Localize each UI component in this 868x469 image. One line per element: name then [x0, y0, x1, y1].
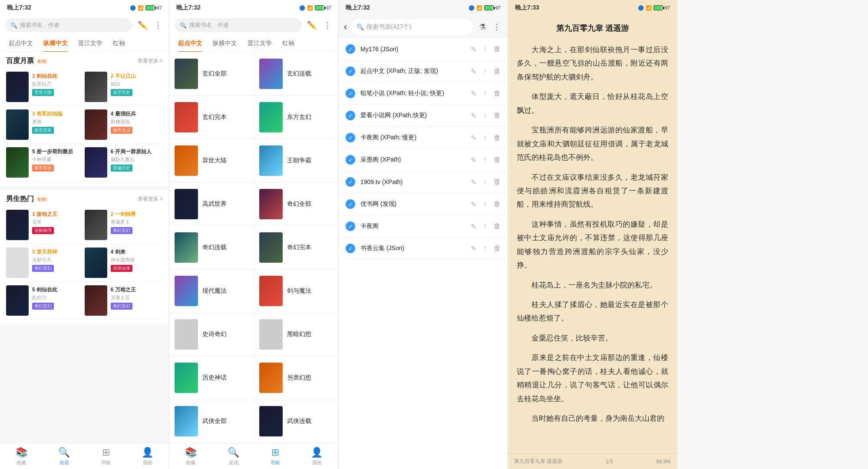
- cat-item-gaowu[interactable]: 高武世界: [169, 182, 254, 225]
- source-delete-2[interactable]: 🗑: [494, 89, 501, 98]
- cat-item-wuxia-lianai[interactable]: 武侠连载: [254, 400, 338, 443]
- reading-content[interactable]: 第九百零九章 逍遥游 大海之上，在那剑仙联袂拖月一事过后没多久，一艘悬空飞掠的山…: [508, 16, 677, 453]
- book-item-2-2[interactable]: 2 一剑独尊 青葛罗上 奇幻玄幻: [85, 206, 163, 244]
- source-item-9[interactable]: ✓ 书香云集 (JSon) ✎ ↑ 🗑: [339, 238, 508, 260]
- source-item-3[interactable]: ✓ 爱看小说网 (XPath,快更) ✎ ↑ 🗑: [339, 105, 508, 127]
- source-up-2[interactable]: ↑: [483, 89, 487, 98]
- source-delete-6[interactable]: 🗑: [494, 178, 501, 186]
- cat-item-shishi[interactable]: 史诗奇幻: [169, 313, 254, 356]
- source-edit-8[interactable]: ✎: [471, 222, 476, 231]
- more-icon-1[interactable]: ⋮: [152, 19, 164, 32]
- cat-item-heian[interactable]: 黑暗幻想: [254, 313, 338, 356]
- cat-item-xuanhuan-wanben[interactable]: 玄幻完本: [169, 96, 254, 139]
- section-more-male[interactable]: 查看更多 >: [138, 195, 163, 203]
- source-item-2[interactable]: ✓ 铅笔小说 (XPath; 轻小说; 快更) ✎ ↑ 🗑: [339, 83, 508, 105]
- source-edit-4[interactable]: ✎: [471, 134, 476, 142]
- source-delete-8[interactable]: 🗑: [494, 222, 501, 231]
- book-item-2-1[interactable]: 1 波动之王 无常 侦探推理: [6, 206, 85, 244]
- tab-jinjian-2[interactable]: 晋江文学: [242, 35, 277, 52]
- search-input-wrap-1[interactable]: 🔍 搜索书名、作者: [5, 18, 132, 32]
- source-edit-2[interactable]: ✎: [471, 89, 476, 98]
- cat-item-xuanhuan-lianai[interactable]: 玄幻连载: [254, 52, 338, 95]
- filter-icon[interactable]: ⚗: [477, 20, 488, 33]
- source-delete-1[interactable]: 🗑: [494, 67, 501, 76]
- source-delete-0[interactable]: 🗑: [494, 45, 501, 53]
- tab-qidian-2[interactable]: 起点中文: [173, 35, 208, 52]
- source-up-5[interactable]: ↑: [483, 156, 487, 164]
- source-up-6[interactable]: ↑: [483, 178, 487, 186]
- nav-daohang-1[interactable]: ⊞ 导航: [94, 445, 118, 468]
- cat-item-qihuan-lianai[interactable]: 奇幻连载: [169, 226, 254, 269]
- book-item-1-4[interactable]: 4 最强狂兵 阶梯混混 都市生活: [85, 106, 163, 144]
- source-delete-3[interactable]: 🗑: [494, 112, 501, 120]
- cat-item-xiandai[interactable]: 现代魔法: [169, 270, 254, 313]
- source-up-0[interactable]: ↑: [483, 45, 487, 53]
- cat-item-wuxia-all[interactable]: 武侠全部: [169, 400, 254, 443]
- edit-icon-2[interactable]: ✏️: [305, 19, 318, 32]
- book-item-1-2[interactable]: 2 不让江山 知白 架空历史: [85, 68, 163, 106]
- source-item-8[interactable]: ✓ 卡夜阁 ✎ ↑ 🗑: [339, 215, 508, 238]
- book-item-1-3[interactable]: 3 将军好凶猛 更俗 架空历史: [6, 106, 85, 144]
- source-search-input[interactable]: 🔍 搜索书源(427个): [350, 19, 474, 35]
- edit-icon-1[interactable]: ✏️: [136, 19, 149, 32]
- source-edit-0[interactable]: ✎: [471, 45, 476, 53]
- tab-zongheng-1[interactable]: 纵横中文: [38, 35, 73, 52]
- nav-mine-1[interactable]: 👤 我的: [135, 445, 160, 468]
- cat-item-yishi[interactable]: 异世大陆: [169, 139, 254, 182]
- nav-shoucang-2[interactable]: 📚 收藏: [178, 445, 204, 468]
- nav-faxian-2[interactable]: 🔍 发现: [221, 445, 246, 468]
- tab-qidian-1[interactable]: 起点中文: [3, 35, 38, 52]
- source-item-5[interactable]: ✓ 采墨阁 (XPath) ✎ ↑ 🗑: [339, 149, 508, 171]
- source-edit-3[interactable]: ✎: [471, 112, 476, 120]
- source-up-8[interactable]: ↑: [483, 222, 487, 231]
- source-up-7[interactable]: ↑: [483, 200, 487, 208]
- nav-shoucang-1[interactable]: 📚 收藏: [9, 445, 34, 468]
- book-item-2-6[interactable]: 6 万相之王 天蚕土豆 奇幻玄幻: [85, 282, 163, 320]
- book-item-2-3[interactable]: 3 逆天邪神 火影引力 奇幻玄幻: [6, 244, 85, 282]
- source-edit-1[interactable]: ✎: [471, 67, 476, 76]
- source-item-4[interactable]: ✓ 卡夜阁 (XPath; 慢更) ✎ ↑ 🗑: [339, 127, 508, 149]
- source-item-7[interactable]: ✓ 优书网 (发现) ✎ ↑ 🗑: [339, 193, 508, 215]
- tab-jinjian-1[interactable]: 晋江文学: [73, 35, 108, 52]
- cat-item-qihuan-all[interactable]: 奇幻全部: [254, 182, 338, 225]
- more-icon-3[interactable]: ⋮: [491, 20, 502, 33]
- source-delete-5[interactable]: 🗑: [494, 156, 501, 164]
- source-edit-7[interactable]: ✎: [471, 200, 476, 208]
- source-delete-9[interactable]: 🗑: [494, 244, 501, 253]
- source-delete-7[interactable]: 🗑: [494, 200, 501, 208]
- source-up-4[interactable]: ↑: [483, 134, 487, 142]
- source-edit-5[interactable]: ✎: [471, 156, 476, 164]
- cat-item-lishi[interactable]: 历史神话: [169, 357, 254, 400]
- more-icon-2[interactable]: ⋮: [322, 19, 333, 32]
- book-item-1-6[interactable]: 6 开局一群原始人 躺卧九重云 穿越历史: [85, 144, 163, 182]
- cat-cover-qihuan-all: [259, 189, 283, 219]
- source-up-1[interactable]: ↑: [483, 67, 487, 76]
- nav-daohang-2[interactable]: ⊞ 导航: [264, 445, 287, 468]
- book-item-2-5[interactable]: 5 剑仙在此 乱狂刀 奇幻玄幻: [6, 282, 85, 320]
- cat-item-xuanhuan-all[interactable]: 玄幻全部: [169, 52, 254, 95]
- source-delete-4[interactable]: 🗑: [494, 134, 501, 142]
- back-button[interactable]: ‹: [344, 21, 347, 33]
- book-item-1-5[interactable]: 5 差一步荷到最后 十种浮屠 都市其他: [6, 144, 85, 182]
- tab-hongxiu-1[interactable]: 红袖: [108, 35, 130, 52]
- cat-item-qihuan-wanben[interactable]: 奇幻完本: [254, 226, 338, 269]
- cat-item-jian-magic[interactable]: 剑与魔法: [254, 270, 338, 313]
- book-item-1-1[interactable]: 1 剑仙在此 乱世钻刀 异世大陆: [6, 68, 85, 106]
- source-item-6[interactable]: ✓ 1909.tv (XPath) ✎ ↑ 🗑: [339, 171, 508, 193]
- tab-hongxiu-2[interactable]: 红袖: [277, 35, 300, 52]
- source-edit-6[interactable]: ✎: [471, 178, 476, 186]
- section-more-baidu[interactable]: 查看更多 >: [138, 57, 163, 65]
- cat-item-wangchao[interactable]: 王朝争霸: [254, 139, 338, 182]
- cat-item-linglei[interactable]: 另类幻想: [254, 357, 338, 400]
- nav-mine-2[interactable]: 👤 我的: [304, 445, 330, 468]
- source-up-3[interactable]: ↑: [483, 112, 487, 120]
- source-edit-9[interactable]: ✎: [471, 244, 476, 253]
- cat-item-dongfang[interactable]: 东方玄幻: [254, 96, 338, 139]
- search-input-wrap-2[interactable]: 🔍 搜索书名、作者: [175, 18, 302, 32]
- nav-faxian-1[interactable]: 🔍 发现: [51, 445, 77, 468]
- source-item-0[interactable]: ✓ My176 (JSon) ✎ ↑ 🗑: [339, 38, 508, 60]
- tab-zongheng-2[interactable]: 纵横中文: [208, 35, 242, 52]
- source-up-9[interactable]: ↑: [483, 244, 487, 253]
- source-item-1[interactable]: ✓ 起点中文 (XPath; 正版; 发现) ✎ ↑ 🗑: [339, 60, 508, 83]
- book-item-2-4[interactable]: 4 剑来 掉火战淮侯 武侠仙侠: [85, 244, 163, 282]
